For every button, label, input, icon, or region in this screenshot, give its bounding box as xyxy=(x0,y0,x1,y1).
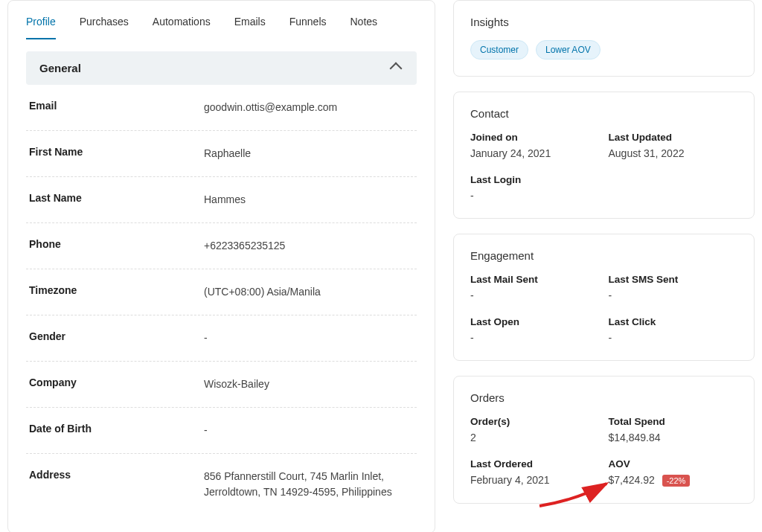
tab-funnels[interactable]: Funnels xyxy=(289,16,327,39)
engagement-title: Engagement xyxy=(470,249,737,262)
chevron-up-icon xyxy=(390,62,403,74)
orders-title: Orders xyxy=(470,391,737,404)
tag-lower-aov[interactable]: Lower AOV xyxy=(536,40,601,60)
insights-tags: Customer Lower AOV xyxy=(470,40,737,60)
field-company: Company Wisozk-Bailey xyxy=(26,362,417,408)
field-gender: Gender - xyxy=(26,315,417,362)
field-label: Company xyxy=(29,376,204,392)
label: Order(s) xyxy=(470,416,600,427)
field-value: - xyxy=(204,423,208,438)
value: August 31, 2022 xyxy=(609,147,738,159)
field-timezone: Timezone (UTC+08:00) Asia/Manila xyxy=(26,269,417,315)
insights-title: Insights xyxy=(470,16,737,28)
label: Last Updated xyxy=(609,132,738,143)
value: - xyxy=(470,289,600,301)
label: AOV xyxy=(609,458,738,469)
insights-card: Insights Customer Lower AOV xyxy=(453,0,755,77)
engagement-click: Last Click - xyxy=(609,316,738,344)
value: - xyxy=(609,289,738,301)
value: 2 xyxy=(470,432,600,443)
field-label: Timezone xyxy=(29,284,204,300)
field-email: Email goodwin.ottis@example.com xyxy=(26,85,417,131)
value: $7,424.92 -22% xyxy=(609,474,738,487)
field-label: Email xyxy=(29,100,204,115)
field-last-name: Last Name Hammes xyxy=(26,177,417,223)
engagement-card: Engagement Last Mail Sent - Last SMS Sen… xyxy=(453,234,755,361)
tag-customer[interactable]: Customer xyxy=(470,40,528,60)
field-label: Phone xyxy=(29,238,204,254)
tab-profile[interactable]: Profile xyxy=(26,16,56,39)
label: Last Ordered xyxy=(470,458,600,469)
field-phone: Phone +6223365235125 xyxy=(26,223,417,269)
field-value: Raphaelle xyxy=(204,146,251,161)
engagement-sms: Last SMS Sent - xyxy=(609,274,738,301)
field-label: Last Name xyxy=(29,192,204,208)
field-label: Gender xyxy=(29,330,204,346)
tab-notes[interactable]: Notes xyxy=(350,16,378,39)
field-value: Hammes xyxy=(204,192,246,208)
label: Total Spend xyxy=(609,416,738,427)
contact-card: Contact Joined on January 24, 2021 Last … xyxy=(453,92,755,219)
label: Last SMS Sent xyxy=(609,274,738,285)
value: $14,849.84 xyxy=(609,432,738,443)
label: Joined on xyxy=(470,132,600,143)
field-value: goodwin.ottis@example.com xyxy=(204,100,337,115)
field-value: - xyxy=(204,330,208,346)
field-label: Date of Birth xyxy=(29,423,204,438)
tabs: Profile Purchases Automations Emails Fun… xyxy=(8,1,435,39)
field-value: 856 Pfannerstill Court, 745 Marlin Inlet… xyxy=(204,469,397,500)
value: January 24, 2021 xyxy=(470,147,600,159)
field-dob: Date of Birth - xyxy=(26,408,417,454)
general-title: General xyxy=(39,62,81,74)
tab-automations[interactable]: Automations xyxy=(153,16,211,39)
orders-aov: AOV $7,424.92 -22% xyxy=(609,458,738,487)
value: - xyxy=(470,332,600,344)
engagement-mail: Last Mail Sent - xyxy=(470,274,600,301)
field-value: +6223365235125 xyxy=(204,238,285,254)
field-value: Wisozk-Bailey xyxy=(204,376,269,392)
tab-emails[interactable]: Emails xyxy=(234,16,266,39)
contact-lastlogin: Last Login - xyxy=(470,174,600,202)
field-value: (UTC+08:00) Asia/Manila xyxy=(204,284,321,300)
engagement-open: Last Open - xyxy=(470,316,600,344)
label: Last Login xyxy=(470,174,600,185)
label: Last Mail Sent xyxy=(470,274,600,285)
label: Last Click xyxy=(609,316,738,327)
field-label: Address xyxy=(29,469,204,500)
orders-spend: Total Spend $14,849.84 xyxy=(609,416,738,443)
annotation-arrow-icon xyxy=(536,478,618,507)
field-label: First Name xyxy=(29,146,204,161)
contact-updated: Last Updated August 31, 2022 xyxy=(609,132,738,159)
label: Last Open xyxy=(470,316,600,327)
field-first-name: First Name Raphaelle xyxy=(26,131,417,177)
contact-title: Contact xyxy=(470,107,737,120)
tab-purchases[interactable]: Purchases xyxy=(80,16,129,39)
value: - xyxy=(609,332,738,344)
orders-count: Order(s) 2 xyxy=(470,416,600,443)
profile-card: Profile Purchases Automations Emails Fun… xyxy=(7,0,435,532)
contact-joined: Joined on January 24, 2021 xyxy=(470,132,600,159)
general-accordion-header[interactable]: General xyxy=(26,51,417,85)
value: - xyxy=(470,190,600,202)
orders-card: Orders Order(s) 2 Total Spend $14,849.84… xyxy=(453,376,755,504)
field-address: Address 856 Pfannerstill Court, 745 Marl… xyxy=(26,454,417,515)
aov-badge: -22% xyxy=(662,475,691,487)
